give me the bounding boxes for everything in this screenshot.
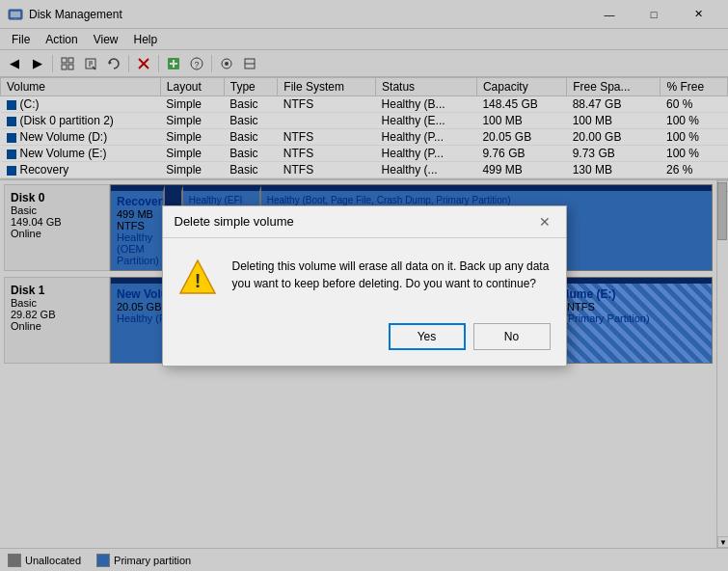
delete-volume-dialog: Delete simple volume ✕ ! Deleting this v… xyxy=(162,205,567,367)
svg-text:!: ! xyxy=(194,270,201,291)
dialog-no-button[interactable]: No xyxy=(473,323,551,350)
dialog-body: ! Deleting this volume will erase all da… xyxy=(163,238,566,315)
dialog-title-bar: Delete simple volume ✕ xyxy=(163,206,566,238)
dialog-message: Deleting this volume will erase all data… xyxy=(232,258,551,292)
warning-icon: ! xyxy=(178,258,217,296)
dialog-title-text: Delete simple volume xyxy=(175,214,294,229)
dialog-close-button[interactable]: ✕ xyxy=(535,214,554,230)
dialog-yes-button[interactable]: Yes xyxy=(389,323,466,350)
dialog-overlay: Delete simple volume ✕ ! Deleting this v… xyxy=(0,0,728,571)
dialog-buttons: Yes No xyxy=(163,315,566,366)
